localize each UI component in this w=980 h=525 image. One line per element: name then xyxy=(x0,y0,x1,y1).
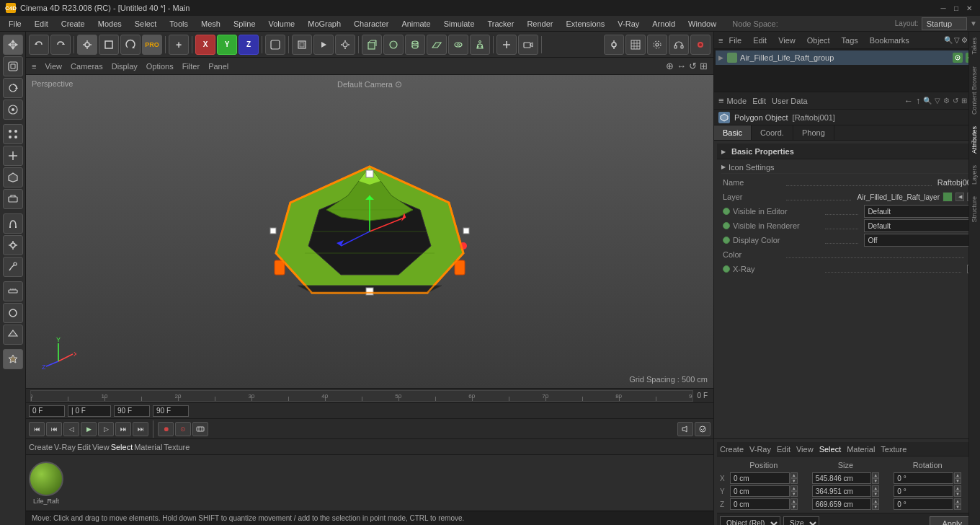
mat-menu-material[interactable]: Material xyxy=(134,443,162,451)
playback-record-btn[interactable]: ⏺ xyxy=(158,422,174,436)
menu-arnold[interactable]: Arnold xyxy=(646,18,681,30)
sidebar-edges-mode[interactable] xyxy=(3,146,23,166)
coord-x-size-input[interactable] xyxy=(812,472,872,484)
attr-search-icon[interactable]: 🔍 xyxy=(923,97,932,105)
coord-y-size-down[interactable]: ▼ xyxy=(872,491,879,497)
coord-y-pos-up[interactable]: ▲ xyxy=(790,485,798,491)
menu-mograph[interactable]: MoGraph xyxy=(302,18,347,30)
vp-menu-panel[interactable]: Panel xyxy=(208,62,228,71)
menu-character[interactable]: Character xyxy=(348,18,394,30)
coord-y-rot-input[interactable] xyxy=(894,485,953,497)
coord-z-pos-down[interactable]: ▼ xyxy=(790,504,798,510)
vis-renderer-dropdown[interactable]: Default On Off xyxy=(864,219,976,232)
vis-editor-dropdown[interactable]: Default On Off xyxy=(864,205,976,218)
coord-menu-view[interactable]: View xyxy=(796,445,814,454)
coord-y-pos-down[interactable]: ▼ xyxy=(790,491,798,497)
objects-tab-view[interactable]: View xyxy=(775,35,798,46)
vtab-content-browser[interactable]: Content Browser xyxy=(969,61,980,120)
sidebar-points-mode[interactable] xyxy=(3,124,23,144)
toolbar-render-to-viewer[interactable] xyxy=(313,35,334,55)
coord-menu-create[interactable]: Create xyxy=(720,445,744,454)
sidebar-tool4[interactable] xyxy=(3,100,23,120)
coord-menu-select[interactable]: Select xyxy=(819,445,842,454)
menu-volume[interactable]: Volume xyxy=(263,18,301,30)
mat-menu-create[interactable]: Create xyxy=(29,443,53,451)
toolbar-render-region[interactable] xyxy=(292,35,312,55)
sidebar-scale-tool[interactable] xyxy=(3,56,23,76)
mat-menu-texture[interactable]: Texture xyxy=(164,443,190,451)
toolbar-render-settings[interactable] xyxy=(335,35,355,55)
display-color-radio[interactable] xyxy=(723,237,730,244)
coord-menu-texture[interactable]: Texture xyxy=(881,445,906,454)
vis-editor-radio[interactable] xyxy=(723,208,730,215)
menu-create[interactable]: Create xyxy=(55,18,91,30)
menu-vray[interactable]: V-Ray xyxy=(612,18,645,30)
attr-tab-phong[interactable]: Phong xyxy=(793,125,834,140)
timeline-track[interactable]: 0102030405060708090 xyxy=(30,390,693,402)
coord-x-pos-down[interactable]: ▼ xyxy=(790,478,798,484)
size-dropdown[interactable]: Size xyxy=(783,516,819,526)
mat-menu-select[interactable]: Select xyxy=(111,443,133,451)
coord-y-rot-down[interactable]: ▼ xyxy=(954,491,961,497)
menu-mesh[interactable]: Mesh xyxy=(195,18,226,30)
objects-tab-file[interactable]: File xyxy=(726,35,744,46)
toolbar-rotate-btn[interactable] xyxy=(120,35,141,55)
viewport-canvas[interactable]: Perspective Default Camera ⊙ Grid Spacin… xyxy=(26,75,713,388)
vp-nav-icon4[interactable]: ⊞ xyxy=(700,61,708,71)
attr-menu-edit[interactable]: Edit xyxy=(752,97,766,105)
menu-render[interactable]: Render xyxy=(521,18,558,30)
attr-up-icon[interactable]: ↑ xyxy=(916,96,920,106)
coord-y-size-up[interactable]: ▲ xyxy=(872,485,879,491)
toolbar-tool-a[interactable] xyxy=(265,35,285,55)
coord-x-size-down[interactable]: ▼ xyxy=(872,478,879,484)
toolbar-pro-btn[interactable]: PRO xyxy=(142,35,162,55)
playback-sound-btn[interactable] xyxy=(677,422,693,436)
vtab-layers[interactable]: Layers xyxy=(969,159,980,190)
maximize-button[interactable]: □ xyxy=(951,3,961,13)
toolbar-scale-btn[interactable] xyxy=(99,35,119,55)
attr-tab-coord[interactable]: Coord. xyxy=(752,125,793,140)
mat-menu-view[interactable]: View xyxy=(92,443,110,451)
toolbar-z-axis-btn[interactable]: Z xyxy=(239,35,259,55)
mat-menu-edit[interactable]: Edit xyxy=(77,443,91,451)
xray-radio[interactable] xyxy=(723,265,730,273)
vp-menu-icon[interactable]: ≡ xyxy=(32,62,36,71)
sidebar-tool8[interactable] xyxy=(3,189,23,209)
objects-list[interactable]: ▶ Air_Filled_Life_Raft_group xyxy=(714,49,980,92)
coord-y-size-input[interactable] xyxy=(812,485,872,497)
toolbar-torus-obj[interactable] xyxy=(448,35,468,55)
coord-menu-vray[interactable]: V-Ray xyxy=(749,445,771,454)
icon-settings-header[interactable]: ▶ Icon Settings xyxy=(721,161,973,174)
sidebar-magnet-tool[interactable] xyxy=(3,213,23,234)
coord-z-rot-down[interactable]: ▼ xyxy=(954,504,961,510)
menu-spline[interactable]: Spline xyxy=(228,18,262,30)
menu-modes[interactable]: Modes xyxy=(92,18,128,30)
toolbar-headphone-btn[interactable] xyxy=(669,35,689,55)
vis-renderer-radio[interactable] xyxy=(723,222,730,229)
toolbar-cylinder-obj[interactable] xyxy=(405,35,425,55)
menu-extensions[interactable]: Extensions xyxy=(560,18,610,30)
playback-first-frame[interactable]: ⏮ xyxy=(29,422,45,436)
current-frame-input[interactable] xyxy=(68,405,111,417)
attr-settings-icon[interactable]: ⚙ xyxy=(943,97,950,105)
attr-refresh-icon[interactable]: ↺ xyxy=(953,97,958,105)
sidebar-circle-tool[interactable] xyxy=(3,303,23,323)
attr-expand-icon[interactable]: ⊞ xyxy=(961,97,967,105)
toolbar-grid-btn[interactable] xyxy=(625,35,646,55)
toolbar-undo-btn[interactable] xyxy=(29,35,49,55)
obj-settings-icon[interactable]: ⚙ xyxy=(961,36,968,44)
toolbar-add-btn[interactable]: + xyxy=(169,35,189,55)
vp-nav-icon2[interactable]: ↔ xyxy=(677,61,686,71)
toolbar-plane-obj[interactable] xyxy=(427,35,447,55)
sidebar-extrude-tool[interactable] xyxy=(3,325,23,345)
vp-menu-view[interactable]: View xyxy=(45,62,62,71)
playback-next-key[interactable]: ⏭ xyxy=(115,422,131,436)
coord-x-rot-down[interactable]: ▼ xyxy=(954,478,961,484)
coord-z-rot-up[interactable]: ▲ xyxy=(954,498,961,504)
vp-nav-icon3[interactable]: ↺ xyxy=(689,61,697,71)
vp-menu-display[interactable]: Display xyxy=(112,62,138,71)
coord-menu-material[interactable]: Material xyxy=(847,445,875,454)
obj-menu-icon[interactable]: ≡ xyxy=(718,36,723,45)
mat-menu-vray[interactable]: V-Ray xyxy=(54,443,76,451)
toolbar-y-axis-btn[interactable]: Y xyxy=(217,35,237,55)
